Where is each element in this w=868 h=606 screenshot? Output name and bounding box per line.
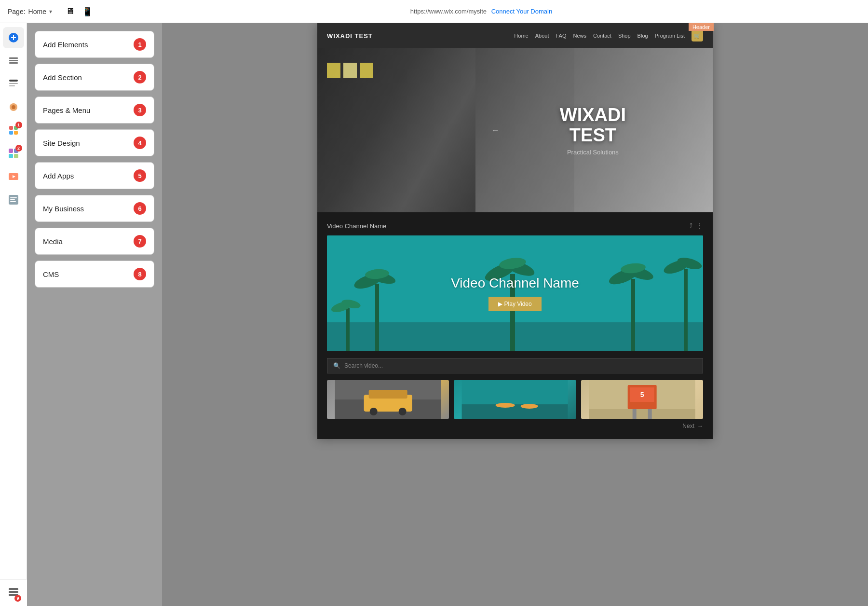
svg-rect-39 [684, 269, 688, 351]
main-layout: 1 2 Ad [0, 23, 868, 606]
step-badge-7: 7 [134, 235, 146, 248]
nav-contact[interactable]: Contact [593, 33, 611, 39]
desktop-icon[interactable]: 🖥 [64, 4, 76, 19]
thumbnail-lifeguard[interactable]: 5 [581, 380, 703, 419]
mobile-icon[interactable]: 📱 [80, 4, 95, 19]
video-player[interactable]: Video Channel Name ▶ Play Video [327, 235, 703, 351]
business-badge: 2 [15, 145, 22, 152]
arrow-icon: ← [491, 125, 500, 136]
site-design-label: Site Design [43, 139, 80, 147]
video-thumbnails: 5 [327, 380, 703, 419]
share-icon[interactable]: ⤴ [689, 222, 692, 230]
nav-home[interactable]: Home [514, 33, 528, 39]
rail-layers-icon[interactable] [3, 50, 24, 71]
hero-section: ← WIXADITEST Practical Solutions [317, 48, 713, 212]
rail-design-icon[interactable] [3, 96, 24, 118]
nav-news[interactable]: News [573, 33, 586, 39]
svg-point-50 [399, 408, 407, 415]
nav-program-list[interactable]: Program List [655, 33, 685, 39]
layers-bottom-icon[interactable]: 9 [7, 585, 20, 601]
device-icons: 🖥 📱 [64, 4, 95, 19]
sticky-note-2 [343, 63, 357, 78]
my-business-button[interactable]: My Business 6 [35, 195, 154, 222]
add-section-label: Add Section [43, 73, 82, 82]
step-badge-4: 4 [134, 137, 146, 149]
dots-icon[interactable]: ⋮ [696, 222, 703, 230]
nav-faq[interactable]: FAQ [556, 33, 566, 39]
hero-text: WIXADITEST Practical Solutions [560, 105, 626, 156]
pages-menu-button[interactable]: Pages & Menu 3 [35, 96, 154, 124]
step-badge-8: 8 [134, 268, 146, 280]
nav-shop[interactable]: Shop [618, 33, 631, 39]
video-main-title: Video Channel Name [451, 275, 579, 291]
step-badge-1: 1 [134, 38, 146, 51]
video-search-bar[interactable]: 🔍 Search video... [327, 358, 703, 373]
svg-rect-52 [462, 404, 568, 419]
svg-point-49 [370, 408, 378, 415]
add-section-button[interactable]: Add Section 2 [35, 64, 154, 91]
rail-text-icon[interactable] [3, 73, 24, 95]
rail-media-icon[interactable] [3, 166, 24, 187]
svg-rect-22 [10, 197, 17, 198]
svg-rect-11 [9, 126, 13, 130]
play-button[interactable]: ▶ Play Video [488, 297, 542, 311]
svg-rect-18 [14, 154, 18, 158]
header-label: Header [689, 23, 714, 31]
thumbnail-taxi[interactable] [327, 380, 449, 419]
connect-domain-link[interactable]: Connect Your Domain [491, 8, 552, 15]
layers-bottom-bar: 9 [0, 579, 27, 606]
svg-point-10 [12, 105, 15, 109]
nav-about[interactable]: About [535, 33, 549, 39]
add-elements-label: Add Elements [43, 41, 88, 49]
next-arrow-icon: → [697, 423, 703, 429]
video-overlay: Video Channel Name ▶ Play Video [451, 275, 579, 311]
next-button[interactable]: Next → [327, 423, 703, 429]
top-bar: Page: Home ▾ 🖥 📱 https://www.wix.com/mys… [0, 0, 868, 23]
chevron-down-icon: ▾ [49, 8, 52, 15]
svg-rect-48 [369, 390, 407, 399]
pages-menu-label: Pages & Menu [43, 106, 90, 114]
svg-rect-17 [9, 154, 13, 158]
thumbnail-ocean[interactable] [454, 380, 576, 419]
hero-title: WIXADITEST [560, 105, 626, 146]
svg-rect-13 [9, 131, 13, 135]
svg-rect-27 [375, 284, 379, 351]
step-badge-3: 3 [134, 104, 146, 116]
cms-button[interactable]: CMS 8 [35, 261, 154, 288]
svg-rect-24 [10, 201, 16, 202]
nav-blog[interactable]: Blog [637, 33, 648, 39]
svg-text:5: 5 [640, 391, 644, 399]
add-apps-button[interactable]: Add Apps 5 [35, 162, 154, 189]
site-nav: Home About FAQ News Contact Shop Blog Pr… [514, 30, 703, 41]
svg-rect-60 [632, 409, 636, 419]
svg-point-54 [521, 404, 538, 409]
add-elements-button[interactable]: Add Elements 1 [35, 31, 154, 58]
media-label: Media [43, 237, 63, 246]
step-badge-5: 5 [134, 169, 146, 182]
svg-rect-14 [14, 131, 18, 135]
svg-point-53 [496, 403, 515, 408]
rail-business-icon[interactable]: 2 [3, 143, 24, 164]
video-controls: ⤴ ⋮ [689, 222, 703, 230]
video-section: Video Channel Name ⤴ ⋮ [317, 212, 713, 439]
next-label: Next [682, 423, 694, 429]
layers-step-badge: 9 [14, 595, 21, 602]
icon-rail: 1 2 [0, 23, 27, 606]
svg-rect-56 [589, 409, 695, 419]
svg-rect-42 [346, 308, 350, 351]
video-channel-name: Video Channel Name [327, 222, 386, 230]
url-bar: https://www.wix.com/mysite Connect Your … [102, 8, 860, 15]
svg-rect-3 [9, 57, 18, 59]
cart-icon[interactable]: 🛒 [692, 30, 703, 41]
rail-add-icon[interactable] [3, 27, 24, 48]
url-text: https://www.wix.com/mysite [410, 8, 487, 15]
site-design-button[interactable]: Site Design 4 [35, 129, 154, 156]
rail-apps-icon[interactable]: 1 [3, 120, 24, 141]
step-badge-6: 6 [134, 202, 146, 215]
rail-cms-icon[interactable] [3, 189, 24, 210]
media-button[interactable]: Media 7 [35, 228, 154, 255]
page-name: Home [28, 8, 46, 15]
svg-rect-35 [631, 279, 635, 351]
page-selector[interactable]: Page: Home ▾ [8, 8, 52, 15]
site-header: WIXADI TEST Home About FAQ News Contact … [317, 23, 713, 48]
